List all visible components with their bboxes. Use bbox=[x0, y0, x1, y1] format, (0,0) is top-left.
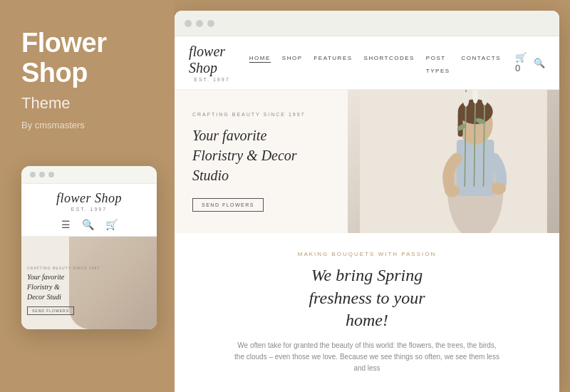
mobile-nav-icons: ☰ 🔍 🛒 bbox=[21, 216, 157, 237]
sidebar-title-line2: Shop bbox=[21, 58, 88, 88]
svg-point-7 bbox=[491, 182, 506, 195]
site-logo-sub: EST. 1997 bbox=[189, 77, 235, 82]
hero-image bbox=[348, 90, 559, 233]
browser-content: flower Shop EST. 1997 HOME SHOP FEATURES… bbox=[175, 36, 559, 392]
mobile-crafting-label: CRAFTING BEAUTY SINCE 1997 bbox=[27, 266, 100, 270]
search-icon[interactable]: 🔍 bbox=[534, 58, 545, 68]
site-nav: flower Shop EST. 1997 HOME SHOP FEATURES… bbox=[175, 36, 559, 90]
site-logo: flower Shop bbox=[189, 43, 235, 76]
mobile-hero: CRAFTING BEAUTY SINCE 1997 Your favorite… bbox=[21, 237, 157, 329]
svg-point-13 bbox=[482, 90, 488, 105]
nav-link-features[interactable]: FEATURES bbox=[314, 55, 352, 61]
hero-illustration bbox=[348, 90, 559, 233]
svg-point-6 bbox=[445, 185, 460, 197]
nav-item-home[interactable]: HOME bbox=[249, 50, 271, 76]
nav-link-post-types[interactable]: POST TYPES bbox=[426, 55, 450, 74]
mobile-dot-3 bbox=[48, 172, 54, 177]
mobile-hero-text: Your favorite Floristry & Decor Studi bbox=[27, 272, 100, 302]
browser-dot-2 bbox=[196, 20, 203, 27]
browser-dot-3 bbox=[207, 20, 214, 27]
mobile-menu-icon: ☰ bbox=[61, 219, 71, 230]
mobile-logo-area: flower Shop EST. 1997 bbox=[21, 184, 157, 216]
browser-bar bbox=[175, 11, 559, 36]
browser-window: flower Shop EST. 1997 HOME SHOP FEATURES… bbox=[175, 11, 559, 392]
browser-dot-1 bbox=[185, 20, 192, 27]
nav-item-features[interactable]: FEATURES bbox=[314, 50, 352, 76]
hero-right bbox=[348, 90, 559, 233]
hero-left: CRAFTING BEAUTY SINCE 1997 Your favorite… bbox=[175, 90, 348, 233]
mobile-preview-card: flower Shop EST. 1997 ☰ 🔍 🛒 CRAFTING BEA… bbox=[21, 166, 157, 329]
spring-description: We often take for granted the beauty of … bbox=[232, 340, 502, 374]
site-nav-icons: 🛒 0 🔍 bbox=[515, 52, 545, 73]
svg-rect-5 bbox=[458, 112, 463, 137]
nav-link-contacts[interactable]: CONTACTS bbox=[462, 55, 501, 61]
making-label: MAKING BOUQUETS WITH PASSION bbox=[189, 251, 545, 257]
nav-item-contacts[interactable]: CONTACTS bbox=[462, 50, 501, 76]
svg-point-11 bbox=[463, 92, 470, 107]
hero-crafting-label: CRAFTING BEAUTY SINCE 1997 bbox=[192, 112, 330, 117]
mobile-hero-content: CRAFTING BEAUTY SINCE 1997 Your favorite… bbox=[27, 266, 100, 315]
mobile-search-icon: 🔍 bbox=[82, 219, 94, 230]
sidebar-title: Flower Shop bbox=[21, 29, 106, 88]
sidebar-subtitle: Theme bbox=[21, 94, 70, 113]
mobile-logo-text: flower Shop bbox=[56, 191, 122, 206]
mobile-send-flowers-btn[interactable]: SEND FLOWERS bbox=[27, 306, 74, 315]
nav-item-shortcodes[interactable]: SHORTCODES bbox=[364, 50, 415, 76]
nav-item-shop[interactable]: SHOP bbox=[282, 50, 303, 76]
mobile-dot-2 bbox=[39, 172, 45, 177]
site-logo-container: flower Shop EST. 1997 bbox=[189, 43, 235, 82]
mobile-logo-sub: EST. 1997 bbox=[71, 207, 107, 212]
hero-title: Your favorite Floristry & Decor Studio bbox=[192, 125, 330, 185]
second-section: MAKING BOUQUETS WITH PASSION We bring Sp… bbox=[175, 233, 559, 392]
nav-link-shop[interactable]: SHOP bbox=[282, 55, 303, 61]
nav-item-post-types[interactable]: POST TYPES bbox=[426, 50, 450, 76]
mobile-dot-1 bbox=[30, 172, 36, 177]
hero-send-flowers-btn[interactable]: SEND FLOWERS bbox=[192, 198, 264, 212]
hero-section: CRAFTING BEAUTY SINCE 1997 Your favorite… bbox=[175, 90, 559, 233]
mobile-cart-icon: 🛒 bbox=[105, 219, 118, 230]
site-nav-links: HOME SHOP FEATURES SHORTCODES POST TYPES… bbox=[249, 50, 501, 76]
sidebar: Flower Shop Theme By cmsmasters flower S… bbox=[0, 0, 175, 392]
sidebar-by: By cmsmasters bbox=[21, 120, 85, 130]
svg-rect-2 bbox=[457, 140, 494, 196]
cart-icon[interactable]: 🛒 0 bbox=[515, 52, 527, 73]
nav-link-shortcodes[interactable]: SHORTCODES bbox=[364, 55, 415, 61]
nav-link-home[interactable]: HOME bbox=[249, 55, 271, 63]
spring-title: We bring Spring freshness to your home! bbox=[189, 264, 545, 331]
mobile-card-header bbox=[21, 166, 157, 184]
sidebar-title-line1: Flower bbox=[21, 28, 106, 58]
